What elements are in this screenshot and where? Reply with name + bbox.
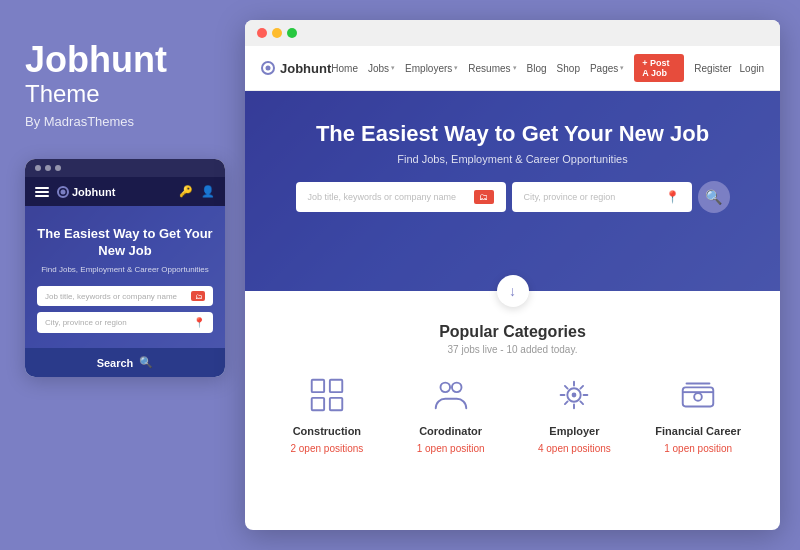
employer-icon	[553, 374, 595, 416]
svg-rect-8	[683, 387, 714, 406]
titlebar-dot-yellow	[272, 28, 282, 38]
scroll-arrow-button[interactable]: ↓	[497, 275, 529, 307]
desktop-logo-icon	[261, 61, 275, 75]
search-icon: 🔍	[705, 189, 722, 205]
mobile-search-placeholder: Job title, keywords or company name	[45, 292, 177, 301]
category-item-coordinator[interactable]: Corodinator 1 open position	[401, 371, 501, 454]
mobile-search-button[interactable]: Search 🔍	[25, 348, 225, 377]
desktop-titlebar	[245, 20, 780, 46]
user-icon[interactable]: 👤	[201, 185, 215, 198]
desktop-search-row: Job title, keywords or company name 🗂 Ci…	[265, 181, 760, 213]
desktop-hero-title: The Easiest Way to Get Your New Job	[265, 121, 760, 147]
financial-name: Financial Career	[655, 425, 741, 437]
construction-icon	[306, 374, 348, 416]
desktop-nav-links: Home Jobs▾ Employers▾ Resumes▾ Blog Shop…	[331, 54, 764, 82]
construction-positions: 2 open positions	[290, 443, 363, 454]
post-job-button[interactable]: + Post A Job	[634, 54, 684, 82]
desktop-hero-content: The Easiest Way to Get Your New Job Find…	[265, 121, 760, 213]
categories-row: Construction 2 open positions Corodinato…	[265, 371, 760, 454]
mobile-dots	[35, 165, 61, 171]
employer-name: Employer	[549, 425, 599, 437]
popular-categories-subtitle: 37 jobs live - 10 added today.	[265, 344, 760, 355]
svg-point-7	[572, 393, 577, 398]
mobile-dot-1	[35, 165, 41, 171]
scroll-arrow-container: ↓	[245, 275, 780, 307]
mobile-location-placeholder: City, province or region	[45, 318, 127, 327]
category-item-employer[interactable]: Employer 4 open positions	[524, 371, 624, 454]
desktop-logo: Jobhunt	[261, 61, 331, 76]
svg-rect-2	[330, 380, 342, 392]
construction-icon-box	[303, 371, 351, 419]
svg-point-5	[452, 383, 462, 393]
mobile-nav-icons: 🔑 👤	[179, 185, 215, 198]
desktop-nav: Jobhunt Home Jobs▾ Employers▾ Resumes▾ B…	[245, 46, 780, 91]
desktop-location-field[interactable]: City, province or region 📍	[512, 182, 692, 212]
svg-point-9	[694, 393, 702, 401]
nav-link-pages[interactable]: Pages▾	[590, 63, 624, 74]
mobile-hero-subtitle: Find Jobs, Employment & Career Opportuni…	[37, 265, 213, 274]
svg-rect-1	[312, 398, 324, 410]
brand-subtitle: Theme	[25, 80, 100, 109]
mobile-hero-title: The Easiest Way to Get Your New Job	[37, 226, 213, 260]
location-pin-icon: 📍	[193, 317, 205, 328]
register-link[interactable]: Register	[694, 63, 731, 74]
desktop-search-placeholder: Job title, keywords or company name	[308, 192, 457, 202]
mobile-hero: The Easiest Way to Get Your New Job Find…	[25, 206, 225, 348]
nav-link-home[interactable]: Home	[331, 63, 358, 74]
financial-icon-box	[674, 371, 722, 419]
desktop-hero: The Easiest Way to Get Your New Job Find…	[245, 91, 780, 291]
svg-rect-3	[330, 398, 342, 410]
mobile-dot-3	[55, 165, 61, 171]
popular-categories-title: Popular Categories	[265, 323, 760, 341]
financial-positions: 1 open position	[664, 443, 732, 454]
nav-link-resumes[interactable]: Resumes▾	[468, 63, 516, 74]
category-item-financial[interactable]: Financial Career 1 open position	[648, 371, 748, 454]
mobile-logo-icon	[57, 186, 69, 198]
mobile-location-box[interactable]: City, province or region 📍	[37, 312, 213, 333]
desktop-location-pin-icon: 📍	[665, 190, 680, 204]
desktop-search-button[interactable]: 🔍	[698, 181, 730, 213]
svg-point-4	[440, 383, 450, 393]
search-icon[interactable]: 🔑	[179, 185, 193, 198]
nav-link-blog[interactable]: Blog	[527, 63, 547, 74]
desktop-location-placeholder: City, province or region	[524, 192, 616, 202]
coordinator-positions: 1 open position	[417, 443, 485, 454]
mobile-search-box[interactable]: Job title, keywords or company name 🗂	[37, 286, 213, 306]
brand-by: By MadrasThemes	[25, 114, 134, 129]
nav-link-shop[interactable]: Shop	[557, 63, 580, 74]
auth-links: Register Login	[694, 63, 764, 74]
mobile-header-bar	[25, 159, 225, 177]
coordinator-icon	[430, 374, 472, 416]
nav-link-jobs[interactable]: Jobs▾	[368, 63, 395, 74]
mobile-hero-content: The Easiest Way to Get Your New Job Find…	[37, 226, 213, 333]
employer-icon-box	[550, 371, 598, 419]
briefcase-icon: 🗂	[479, 192, 488, 202]
titlebar-dot-green	[287, 28, 297, 38]
hamburger-icon[interactable]	[35, 187, 49, 197]
brand-title: Jobhunt	[25, 40, 167, 80]
mobile-logo: Jobhunt	[57, 186, 115, 198]
login-link[interactable]: Login	[740, 63, 764, 74]
left-panel: Jobhunt Theme By MadrasThemes Jobhunt	[0, 0, 245, 550]
desktop-search-field-icon: 🗂	[474, 190, 494, 204]
mobile-dot-2	[45, 165, 51, 171]
nav-link-employers[interactable]: Employers▾	[405, 63, 458, 74]
search-circle-icon: 🔍	[139, 356, 153, 369]
coordinator-icon-box	[427, 371, 475, 419]
briefcase-icon: 🗂	[195, 293, 202, 300]
desktop-mockup: Jobhunt Home Jobs▾ Employers▾ Resumes▾ B…	[245, 20, 780, 530]
desktop-hero-subtitle: Find Jobs, Employment & Career Opportuni…	[265, 153, 760, 165]
titlebar-dot-red	[257, 28, 267, 38]
mobile-mockup: Jobhunt 🔑 👤 The Easiest Way to Get Your …	[25, 159, 225, 377]
chevron-down-icon: ↓	[509, 283, 516, 299]
mobile-nav-left: Jobhunt	[35, 186, 115, 198]
mobile-nav: Jobhunt 🔑 👤	[25, 177, 225, 206]
desktop-search-field[interactable]: Job title, keywords or company name 🗂	[296, 182, 506, 212]
category-item-construction[interactable]: Construction 2 open positions	[277, 371, 377, 454]
mobile-search-icon: 🗂	[191, 291, 205, 301]
employer-positions: 4 open positions	[538, 443, 611, 454]
popular-categories: Popular Categories 37 jobs live - 10 add…	[245, 307, 780, 464]
svg-rect-0	[312, 380, 324, 392]
coordinator-name: Corodinator	[419, 425, 482, 437]
construction-name: Construction	[293, 425, 361, 437]
